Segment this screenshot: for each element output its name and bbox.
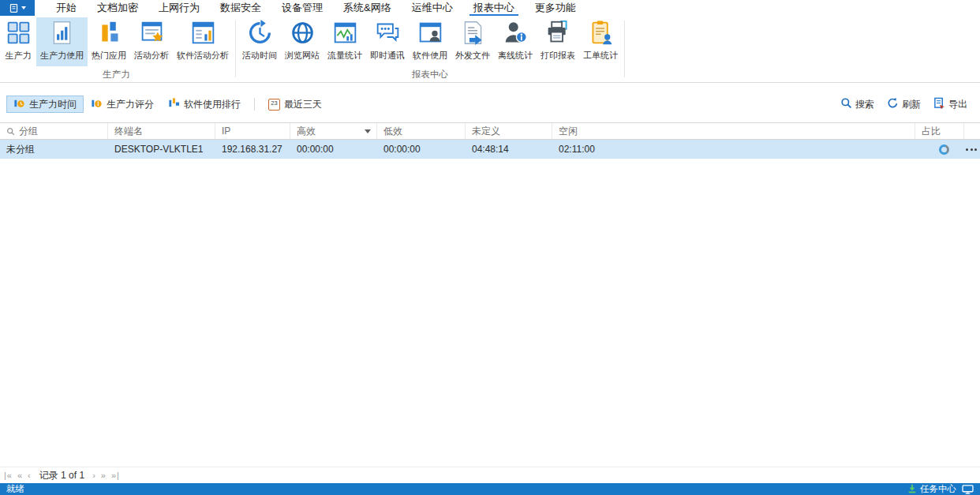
column-header-label: 高效	[297, 125, 316, 138]
ribbon-item-browse-websites[interactable]: 浏览网站	[281, 17, 324, 66]
column-header-label: 分组	[19, 125, 38, 138]
view-button-productivity-time[interactable]: 生产力时间	[6, 96, 84, 113]
export-icon	[933, 97, 945, 111]
tab-ops-center[interactable]: 运维中心	[402, 0, 463, 16]
refresh-button[interactable]: 刷新	[882, 96, 926, 113]
date-filter-label: 最近三天	[284, 98, 322, 111]
tab-web-behavior[interactable]: 上网行为	[148, 0, 210, 16]
menu-bar: 开始 文档加密 上网行为 数据安全 设备管理 系统&网络 运维中心 报表中心 更…	[0, 0, 980, 16]
ribbon-item-label: 打印报表	[540, 50, 575, 62]
ribbon-group-separator	[624, 21, 625, 77]
status-ready-label: 就绪	[6, 483, 24, 495]
column-header-idle[interactable]: 空闲	[552, 123, 915, 139]
ribbon-item-software-usage[interactable]: 软件使用	[409, 17, 451, 66]
bar-chart-icon	[96, 20, 122, 48]
pager-next-icon[interactable]: ›	[92, 471, 96, 480]
column-header-ratio[interactable]: 占比	[915, 123, 964, 139]
ribbon: 生产力 生产力使用 热门应用 活动分析 软件活动分析 生产力	[0, 16, 980, 83]
ribbon-item-productivity[interactable]: 生产力	[0, 17, 36, 66]
refresh-button-label: 刷新	[902, 98, 921, 111]
tab-system-network[interactable]: 系统&网络	[333, 0, 402, 16]
tab-more-features[interactable]: 更多功能	[525, 0, 586, 16]
ribbon-group-label: 报表中心	[238, 66, 622, 84]
column-header-ip[interactable]: IP	[215, 123, 290, 139]
ribbon-item-outgoing-files[interactable]: 外发文件	[451, 17, 494, 66]
filter-dropdown-icon[interactable]	[365, 129, 371, 133]
task-center-label: 任务中心	[920, 483, 956, 495]
ribbon-item-activity-analysis[interactable]: 活动分析	[130, 17, 173, 66]
ribbon-item-label: 活动时间	[242, 50, 277, 62]
ribbon-group-productivity: 生产力 生产力使用 热门应用 活动分析 软件活动分析 生产力	[0, 17, 233, 82]
tab-report-center[interactable]: 报表中心	[463, 0, 525, 16]
grid-empty-area	[0, 159, 980, 467]
spacer	[0, 114, 980, 122]
calendar-icon: 23	[268, 99, 280, 111]
monitor-icon[interactable]	[962, 485, 974, 494]
view-button-label: 生产力评分	[107, 98, 154, 111]
ribbon-group-report-center: 活动时间 浏览网站 流量统计 即时通讯 软件使用 外发文件	[238, 17, 622, 82]
view-toolbar: 生产力时间 生产力评分 软件使用排行 23 最近三天 搜索 刷新 导出	[0, 94, 980, 114]
ribbon-item-label: 热门应用	[92, 50, 126, 62]
tab-doc-encryption[interactable]: 文档加密	[87, 0, 148, 16]
export-button-label: 导出	[948, 98, 967, 111]
app-window-icon	[9, 3, 19, 13]
column-header-group[interactable]: 分组	[0, 123, 108, 139]
chat-icon	[375, 20, 401, 48]
search-button-label: 搜索	[855, 98, 874, 111]
pager-first-icon[interactable]: |«	[4, 471, 13, 480]
ribbon-item-label: 生产力使用	[40, 50, 84, 62]
ribbon-group-separator	[235, 21, 236, 77]
spacer	[0, 83, 980, 94]
date-filter-button[interactable]: 23 最近三天	[261, 96, 329, 113]
tab-device-management[interactable]: 设备管理	[271, 0, 333, 16]
task-center-button[interactable]: 任务中心	[907, 483, 956, 495]
ribbon-item-traffic-stats[interactable]: 流量统计	[324, 17, 366, 66]
app-menu-button[interactable]	[0, 0, 35, 16]
view-button-software-usage-ranking[interactable]: 软件使用排行	[161, 96, 248, 113]
ribbon-item-offline-stats[interactable]: 离线统计	[494, 17, 537, 66]
cell-efficient: 00:00:00	[290, 140, 377, 159]
document-star-icon	[139, 20, 165, 48]
column-header-label: 空闲	[559, 125, 578, 138]
ribbon-item-activity-time[interactable]: 活动时间	[238, 17, 281, 66]
pager-last-icon[interactable]: »|	[111, 471, 120, 480]
ribbon-item-print-report[interactable]: 打印报表	[537, 17, 579, 66]
column-header-efficient[interactable]: 高效	[290, 123, 377, 139]
tab-start[interactable]: 开始	[46, 0, 87, 16]
column-header-label: 未定义	[472, 125, 500, 138]
ribbon-item-work-order-stats[interactable]: 工单统计	[579, 17, 622, 66]
user-info-icon	[503, 20, 529, 48]
pager-fast-prev-icon[interactable]: «	[17, 471, 23, 480]
ribbon-item-software-activity-analysis[interactable]: 软件活动分析	[173, 17, 233, 66]
row-actions-ellipsis-icon[interactable]	[966, 148, 977, 151]
window-chart-icon	[190, 20, 216, 48]
clipboard-user-icon	[588, 20, 614, 48]
cell-idle: 02:11:00	[552, 140, 915, 159]
ribbon-item-instant-messaging[interactable]: 即时通讯	[366, 17, 409, 66]
ribbon-item-label: 活动分析	[134, 50, 169, 62]
cell-group: 未分组	[0, 140, 108, 159]
column-header-terminal[interactable]: 终端名	[108, 123, 215, 139]
column-header-undefined[interactable]: 未定义	[466, 123, 552, 139]
ribbon-item-label: 浏览网站	[285, 50, 320, 62]
view-button-productivity-score[interactable]: 生产力评分	[84, 96, 161, 113]
table-header-row: 分组 终端名 IP 高效 低效 未定义 空闲 占比	[0, 122, 980, 140]
pager-fast-next-icon[interactable]: »	[101, 471, 107, 480]
ribbon-item-productivity-usage[interactable]: 生产力使用	[36, 17, 88, 66]
search-button[interactable]: 搜索	[836, 96, 879, 113]
ribbon-item-label: 外发文件	[455, 50, 490, 62]
tab-data-security[interactable]: 数据安全	[210, 0, 271, 16]
column-header-inefficient[interactable]: 低效	[377, 123, 466, 139]
ribbon-item-label: 软件活动分析	[177, 50, 229, 62]
pager-prev-icon[interactable]: ‹	[28, 471, 32, 480]
table-row[interactable]: 未分组 DESKTOP-VLKTLE1 192.168.31.27 00:00:…	[0, 140, 980, 159]
menu-tabs: 开始 文档加密 上网行为 数据安全 设备管理 系统&网络 运维中心 报表中心 更…	[46, 0, 586, 16]
ribbon-item-label: 即时通讯	[370, 50, 405, 62]
cell-undefined: 04:48:14	[466, 140, 552, 159]
file-export-icon	[460, 20, 486, 48]
clock-history-icon	[247, 20, 273, 48]
export-button[interactable]: 导出	[929, 96, 972, 113]
ribbon-item-hot-apps[interactable]: 热门应用	[88, 17, 130, 66]
ribbon-item-label: 离线统计	[498, 50, 533, 62]
grid-icon	[6, 20, 32, 48]
